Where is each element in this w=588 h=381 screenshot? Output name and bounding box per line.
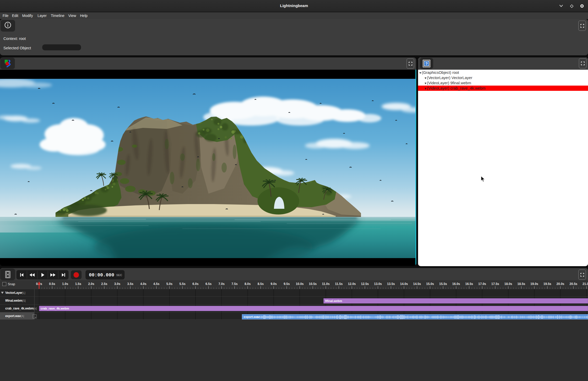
svg-text:?: ?: [425, 61, 428, 66]
